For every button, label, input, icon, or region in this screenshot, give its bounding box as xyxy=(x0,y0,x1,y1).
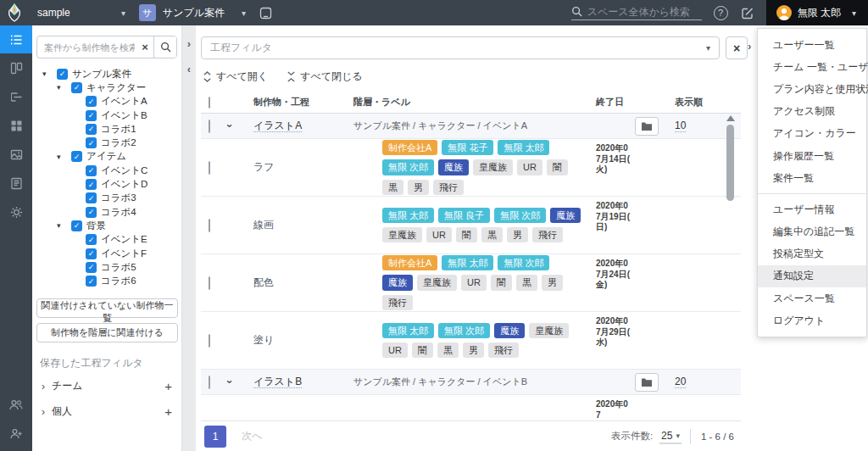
folder-button[interactable] xyxy=(635,373,659,392)
tree-node-label[interactable]: 背景 xyxy=(86,220,106,232)
menu-item[interactable]: スペース一覧 xyxy=(758,287,866,309)
nav-memo-icon[interactable] xyxy=(0,170,32,198)
right-panel-expand-icon[interactable]: › xyxy=(748,40,751,53)
tag-gray[interactable]: 飛行 xyxy=(532,227,563,242)
display-order-value[interactable]: 10 xyxy=(675,120,686,132)
row-checkbox[interactable] xyxy=(209,120,210,133)
expand-all-button[interactable]: すべて開く xyxy=(203,70,268,84)
chevron-down-icon[interactable]: › xyxy=(224,380,236,383)
tag-gray[interactable]: 黒 xyxy=(382,180,403,195)
tag-gray[interactable]: 闇 xyxy=(547,159,568,175)
menu-item[interactable]: 通知設定 xyxy=(758,265,866,287)
tag-gray[interactable]: UR xyxy=(517,159,542,175)
nav-settings-gear-icon[interactable] xyxy=(0,198,32,226)
tree-panel-button-2[interactable]: 制作物を階層に関連付ける xyxy=(36,323,178,342)
row-checkbox[interactable] xyxy=(209,276,210,290)
tag-cyan[interactable]: 無限 太郎 xyxy=(498,140,549,155)
collapse-panel-icon[interactable]: ‹ xyxy=(187,63,191,88)
tag-cyan[interactable]: 無限 次郎 xyxy=(382,159,434,175)
scrollbar-thumb[interactable] xyxy=(726,125,734,201)
tree-caret-down-icon[interactable]: ▾ xyxy=(57,83,71,92)
nav-gantt-view-icon[interactable] xyxy=(0,83,32,111)
menu-item[interactable]: ログアウト xyxy=(758,309,866,331)
process-name[interactable]: 配色 xyxy=(253,276,274,288)
tree-node[interactable]: ✓コラボ4 xyxy=(36,205,177,219)
workspace-selector[interactable]: sample ▾ xyxy=(37,7,125,19)
tag-gray[interactable]: 飛行 xyxy=(433,180,464,195)
tree-node-label[interactable]: コラボ1 xyxy=(101,123,136,136)
menu-item[interactable]: ユーザー一覧 xyxy=(758,34,866,56)
tag-gray[interactable]: 飛行 xyxy=(382,295,413,310)
tag-navy[interactable]: 魔族 xyxy=(550,208,581,223)
process-name[interactable]: 線画 xyxy=(253,219,274,231)
tag-gray[interactable]: 黒 xyxy=(481,227,503,242)
scroll-up-icon[interactable] xyxy=(726,115,735,121)
tree-node[interactable]: ✓イベントC xyxy=(36,164,177,177)
menu-item[interactable]: 編集中の追記一覧 xyxy=(758,221,866,243)
tree-node-label[interactable]: アイテム xyxy=(86,150,126,163)
tree-node-label[interactable]: コラボ6 xyxy=(101,275,136,287)
tree-node[interactable]: ✓イベントF xyxy=(36,247,177,260)
menu-item[interactable]: 投稿定型文 xyxy=(758,243,866,265)
tag-gray[interactable]: 皇魔族 xyxy=(473,159,513,175)
item-name-link[interactable]: イラストB xyxy=(253,376,302,388)
tag-gray[interactable]: 黒 xyxy=(516,275,537,290)
row-checkbox[interactable] xyxy=(209,219,210,232)
expand-panel-icon[interactable]: › xyxy=(187,37,191,63)
menu-item[interactable]: アクセス制限 xyxy=(758,101,866,123)
tag-cyan[interactable]: 無限 良子 xyxy=(438,208,490,223)
tree-search-button[interactable] xyxy=(153,36,176,58)
tree-node[interactable]: ✓イベントE xyxy=(36,233,177,247)
process-name[interactable]: 塗り xyxy=(253,334,274,346)
tag-gray[interactable]: 闇 xyxy=(456,227,477,242)
help-icon[interactable]: ? xyxy=(714,6,728,20)
tag-gray[interactable]: 闇 xyxy=(412,342,433,358)
nav-list-view-icon[interactable] xyxy=(0,25,32,53)
process-name[interactable]: ラフ xyxy=(253,161,275,173)
tree-node-label[interactable]: イベントE xyxy=(101,233,147,246)
tag-gray[interactable]: 飛行 xyxy=(488,342,519,358)
menu-item[interactable]: チーム 一覧・ユーザー招待 xyxy=(758,56,866,78)
tree-node[interactable]: ✓コラボ1 xyxy=(36,122,177,136)
edit-post-icon[interactable] xyxy=(742,7,754,19)
tag-orange[interactable]: 制作会社A xyxy=(382,140,437,155)
tag-gray[interactable]: 闇 xyxy=(491,275,512,290)
user-menu-trigger[interactable]: 無限 太郎 ▾ xyxy=(766,0,868,25)
tree-node[interactable]: ✓コラボ3 xyxy=(36,192,177,205)
tree-panel-button-1[interactable]: 関連付けされていない制作物一覧 xyxy=(36,298,178,318)
chevron-down-icon[interactable]: › xyxy=(224,124,236,127)
tree-node-label[interactable]: イベントA xyxy=(101,95,147,108)
tree-node-label[interactable]: コラボ4 xyxy=(101,206,136,219)
tree-node-label[interactable]: コラボ3 xyxy=(101,192,136,204)
saved-filter-group[interactable]: ›個人+ xyxy=(36,399,177,425)
menu-item[interactable]: アイコン・カラー xyxy=(758,123,866,145)
tag-cyan[interactable]: 無限 次郎 xyxy=(498,255,549,270)
tag-gray[interactable]: 黒 xyxy=(437,342,459,358)
row-checkbox[interactable] xyxy=(209,376,210,389)
tree-node[interactable]: ✓イベントB xyxy=(36,109,177,122)
folder-button[interactable] xyxy=(635,117,659,136)
tree-search-input[interactable] xyxy=(37,42,136,53)
tag-gray[interactable]: 皇魔族 xyxy=(529,323,569,338)
next-page-button[interactable]: 次へ xyxy=(242,429,262,443)
nav-grid-view-icon[interactable] xyxy=(0,112,32,140)
tag-navy[interactable]: 魔族 xyxy=(438,159,469,175)
global-search-input[interactable] xyxy=(587,6,702,18)
tag-gray[interactable]: 男 xyxy=(463,342,484,358)
tag-cyan[interactable]: 無限 太郎 xyxy=(442,255,493,270)
filter-clear-button[interactable]: × xyxy=(726,36,748,59)
tag-gray[interactable]: UR xyxy=(426,227,452,242)
item-name-link[interactable]: イラストA xyxy=(253,120,302,132)
nav-board-view-icon[interactable] xyxy=(0,54,32,82)
tree-node-label[interactable]: イベントB xyxy=(101,109,147,122)
menu-item[interactable]: 案件一覧 xyxy=(758,167,866,189)
tree-caret-down-icon[interactable]: ▾ xyxy=(57,221,71,230)
tree-node[interactable]: ✓イベントD xyxy=(36,177,177,191)
display-order-value[interactable]: 20 xyxy=(675,376,686,388)
tag-gray[interactable]: 皇魔族 xyxy=(382,227,422,242)
nav-invite-user-icon[interactable] xyxy=(0,420,32,448)
row-checkbox[interactable] xyxy=(209,161,210,175)
tag-gray[interactable]: UR xyxy=(461,275,487,290)
tree-node-label[interactable]: サンプル案件 xyxy=(72,68,131,81)
tag-navy[interactable]: 魔族 xyxy=(494,323,525,338)
